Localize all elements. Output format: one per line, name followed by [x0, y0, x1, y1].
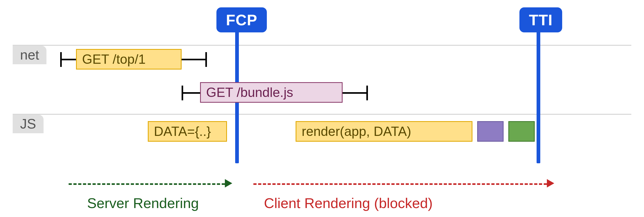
lane-label-net: net: [13, 46, 46, 64]
whisker-left-line-top1: [60, 59, 76, 60]
arrow-client: [253, 183, 547, 185]
whisker-right-cap-bundle: [366, 86, 368, 100]
whisker-left-cap-top1: [60, 52, 62, 67]
arrow-head-server: [225, 179, 232, 188]
rendering-timeline-diagram: net JS FCP TTI GET /top/1 GET /bundle.js…: [0, 0, 644, 217]
bar-data-block: DATA={..}: [148, 121, 227, 142]
lane-label-js: JS: [13, 115, 44, 133]
whisker-right-line-top1: [182, 59, 205, 60]
bar-get-bundle: GET /bundle.js: [200, 82, 343, 103]
bar-get-top1: GET /top/1: [76, 49, 182, 70]
tti-pill: TTI: [519, 7, 562, 32]
bar-green-block: [508, 121, 535, 142]
whisker-left-line-bundle: [182, 92, 200, 94]
whisker-left-cap-bundle: [182, 86, 183, 100]
tti-line: [537, 32, 540, 163]
fcp-pill: FCP: [216, 7, 267, 32]
phase-label-client: Client Rendering (blocked): [264, 195, 433, 211]
bar-purple-block: [477, 121, 504, 142]
whisker-right-cap-top1: [205, 52, 207, 67]
arrow-server: [69, 183, 225, 185]
bar-render: render(app, DATA): [296, 121, 472, 142]
whisker-right-line-bundle: [343, 92, 366, 94]
phase-label-server: Server Rendering: [87, 195, 199, 211]
arrow-head-client: [547, 179, 554, 188]
